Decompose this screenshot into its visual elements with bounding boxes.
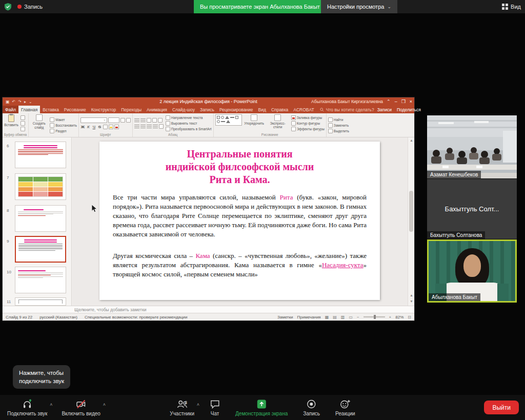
- decrease-indent-icon[interactable]: [147, 118, 151, 123]
- section-button[interactable]: Раздел: [50, 129, 77, 133]
- reset-button[interactable]: Восстановить: [50, 123, 77, 128]
- slideshow-view-icon[interactable]: ▭: [349, 315, 353, 319]
- share-button[interactable]: Поделиться: [397, 107, 421, 112]
- comments-toggle[interactable]: Примечания: [297, 315, 321, 319]
- vertical-scrollbar[interactable]: ▲ ▲ ▼: [408, 137, 414, 306]
- join-audio-button[interactable]: Подключить звук ˄: [7, 399, 47, 416]
- tab-acrobat[interactable]: ACROBAT: [291, 106, 316, 113]
- replace-button[interactable]: Заменить: [328, 123, 349, 128]
- slide-thumbnail-11[interactable]: [15, 297, 66, 306]
- align-center-icon[interactable]: [140, 125, 146, 129]
- numbering-icon[interactable]: [140, 118, 146, 123]
- qat-customize-icon[interactable]: ⌄: [29, 99, 32, 104]
- tab-home[interactable]: Главная: [18, 106, 40, 113]
- minimize-icon[interactable]: –: [395, 99, 397, 104]
- notes-toggle[interactable]: Заметки: [277, 315, 293, 319]
- chevron-up-icon[interactable]: ˄: [103, 402, 106, 407]
- participant-video-active-speaker[interactable]: Абылханова Бакыт: [427, 239, 517, 303]
- smartart-button[interactable]: Преобразовать в SmartArt: [166, 127, 212, 131]
- current-slide[interactable]: Центральные понятия индийской филсоофско…: [99, 142, 380, 300]
- zoom-out-icon[interactable]: −: [357, 315, 359, 319]
- zoom-percent[interactable]: 82%: [395, 315, 403, 319]
- zoom-slider[interactable]: [364, 316, 385, 317]
- align-left-icon[interactable]: [134, 125, 139, 129]
- find-button[interactable]: Найти: [328, 117, 349, 122]
- select-button[interactable]: Выделить: [328, 129, 349, 133]
- view-button[interactable]: Вид: [502, 0, 521, 13]
- columns-icon[interactable]: [159, 124, 164, 129]
- slide-thumbnail-7[interactable]: [15, 173, 66, 200]
- records-button[interactable]: Записи: [377, 107, 392, 112]
- previous-slide-icon[interactable]: ▲: [408, 292, 415, 298]
- italic-button[interactable]: К: [86, 125, 91, 129]
- slide-thumbnail-8[interactable]: [15, 205, 66, 232]
- screen-share-button[interactable]: Демонстрация экрана: [235, 399, 288, 416]
- shape-fill-button[interactable]: Заливка фигуры: [291, 115, 325, 120]
- slide-thumbnail-6[interactable]: [15, 142, 66, 168]
- font-name-select[interactable]: [80, 117, 107, 123]
- zoom-slider-knob[interactable]: [374, 315, 376, 319]
- leave-meeting-button[interactable]: Выйти: [484, 401, 519, 414]
- tab-insert[interactable]: Вставка: [40, 106, 62, 113]
- zoom-in-icon[interactable]: +: [389, 315, 392, 319]
- p2-hyperlink[interactable]: Насадия-сукта: [322, 261, 364, 269]
- record-button[interactable]: Запись: [303, 399, 320, 416]
- justify-icon[interactable]: [153, 125, 158, 129]
- layout-button[interactable]: Макет: [50, 117, 77, 122]
- slide-thumbnail-10[interactable]: [15, 267, 66, 293]
- undo-icon[interactable]: ↶: [12, 99, 16, 104]
- tab-help[interactable]: Справка: [269, 106, 291, 113]
- save-icon[interactable]: ▣: [6, 99, 10, 104]
- security-shield-icon[interactable]: [4, 3, 12, 11]
- tab-record[interactable]: Запись: [197, 106, 217, 113]
- strikethrough-button[interactable]: S: [97, 125, 102, 129]
- scroll-up-icon[interactable]: ▲: [408, 137, 415, 144]
- chevron-up-icon[interactable]: ˄: [197, 402, 199, 407]
- notes-pane[interactable]: Щелкните, чтобы добавить заметки: [3, 306, 414, 313]
- increase-indent-icon[interactable]: [152, 118, 157, 123]
- ribbon-options-icon[interactable]: ⌃: [387, 99, 391, 104]
- reactions-button[interactable]: Реакции: [335, 399, 355, 416]
- shape-effects-button[interactable]: Эффекты фигуры: [291, 127, 325, 131]
- tab-slideshow[interactable]: Слайд-шоу: [170, 106, 197, 113]
- paste-button[interactable]: Вставить: [4, 114, 18, 132]
- chat-button[interactable]: Чат: [210, 399, 220, 416]
- arrange-button[interactable]: Упорядочить: [244, 114, 265, 132]
- participants-button[interactable]: 3 Участники ˄: [170, 399, 194, 416]
- view-settings-button[interactable]: Настройки просмотра ⌄: [321, 0, 397, 13]
- new-slide-button[interactable]: Создать слайд: [30, 114, 48, 136]
- start-video-button[interactable]: Включить видео ˄: [62, 399, 100, 416]
- shape-outline-button[interactable]: Контур фигуры: [291, 121, 325, 126]
- normal-view-icon[interactable]: ▦: [325, 315, 329, 319]
- grow-font-icon[interactable]: [120, 118, 125, 123]
- bold-button[interactable]: Ж: [80, 125, 85, 129]
- next-slide-icon[interactable]: ▼: [408, 298, 415, 305]
- tab-review[interactable]: Рецензирование: [217, 106, 256, 113]
- tab-design[interactable]: Конструктор: [89, 106, 118, 113]
- align-text-button[interactable]: Выровнять текст: [166, 121, 212, 126]
- start-slideshow-icon[interactable]: ▸: [24, 99, 26, 104]
- restore-icon[interactable]: ❒: [401, 99, 406, 104]
- redo-icon[interactable]: ↷: [18, 99, 22, 104]
- tab-view[interactable]: Вид: [256, 106, 269, 113]
- tell-me-search[interactable]: Что вы хотите сделать?: [317, 106, 377, 113]
- participant-video-camera-off[interactable]: Бахытгуль Солт... Бахытгуль Солтанова: [427, 179, 517, 239]
- quick-styles-button[interactable]: Экспресс-стили: [267, 114, 289, 132]
- tab-file[interactable]: Файл: [3, 106, 18, 113]
- fit-to-window-icon[interactable]: ⊡: [408, 315, 411, 319]
- format-painter-icon[interactable]: [21, 127, 25, 131]
- close-icon[interactable]: ×: [410, 99, 412, 104]
- highlight-color-button[interactable]: [109, 125, 113, 129]
- copy-icon[interactable]: [21, 121, 25, 126]
- font-color-button[interactable]: [114, 125, 119, 129]
- account-name[interactable]: Абылханова Бакыт Киргизгалиевна: [311, 99, 383, 104]
- align-right-icon[interactable]: [147, 125, 152, 129]
- participant-video-classroom[interactable]: Азамат Кенешбеков: [427, 115, 517, 178]
- text-shadow-icon[interactable]: [103, 125, 108, 129]
- shrink-font-icon[interactable]: [126, 118, 131, 123]
- font-size-select[interactable]: [108, 117, 119, 123]
- slide-thumbnail-9-selected[interactable]: [15, 236, 66, 263]
- tab-animations[interactable]: Анимация: [144, 106, 170, 113]
- shapes-gallery[interactable]: [215, 114, 242, 126]
- accessibility-check[interactable]: Специальные возможности: проверьте реком…: [85, 315, 188, 319]
